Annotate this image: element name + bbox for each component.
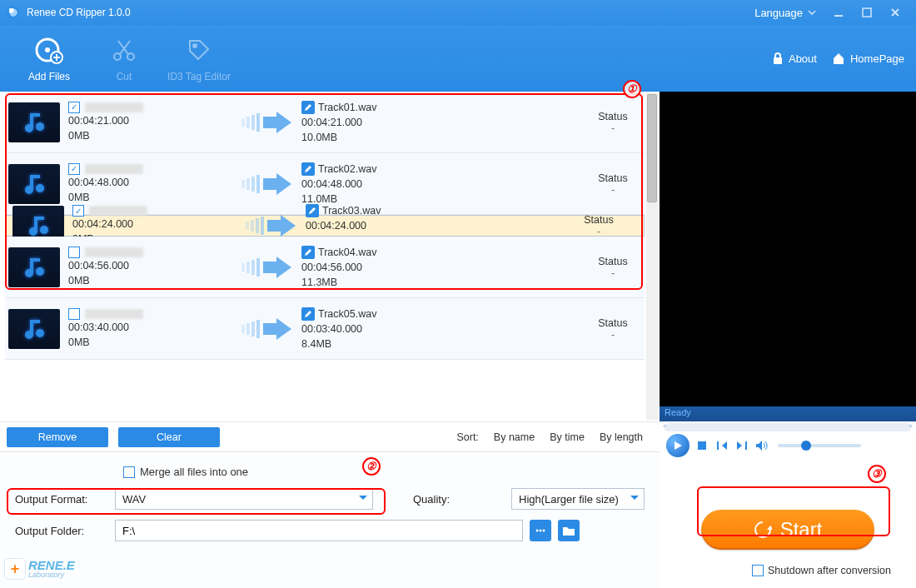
sort-controls: Sort: By name By time By length (456, 431, 653, 443)
track-row[interactable]: 00:03:40.000 0MB Track05.wav 00:03:40.00… (5, 298, 645, 360)
svg-point-24 (36, 267, 44, 276)
minimize-button[interactable] (824, 2, 853, 22)
settings-panel: ② Merge all files into one Output Format… (0, 451, 660, 588)
tag-icon (162, 34, 236, 66)
next-button[interactable] (734, 438, 749, 453)
stop-button[interactable] (694, 438, 709, 453)
title-bar: Renee CD Ripper 1.0.0 Language (0, 0, 916, 25)
remove-button[interactable]: Remove (7, 427, 108, 447)
track-checkbox[interactable] (68, 102, 80, 113)
svg-rect-13 (256, 113, 260, 132)
sort-by-time[interactable]: By time (550, 431, 585, 443)
track-checkbox[interactable] (68, 308, 80, 320)
track-checkbox[interactable] (68, 163, 80, 175)
track-source-size: 0MB (68, 128, 235, 143)
id3-editor-button: ID3 Tag Editor (162, 34, 236, 82)
homepage-link[interactable]: HomePage (832, 52, 904, 65)
svg-point-36 (543, 530, 545, 532)
svg-point-3 (45, 47, 50, 52)
shutdown-checkbox[interactable] (752, 565, 764, 576)
add-files-label: Add Files (12, 71, 87, 82)
svg-rect-21 (251, 220, 254, 232)
track-output-size: 10.0MB (301, 130, 588, 145)
merge-checkbox-row[interactable]: Merge all files into one (123, 466, 645, 478)
quality-select[interactable]: High(Larger file size) (511, 488, 645, 510)
track-source-name (85, 247, 143, 257)
edit-name-button[interactable] (301, 101, 315, 114)
merge-label: Merge all files into one (140, 466, 248, 478)
track-row[interactable]: 00:04:24.000 0MB Track03.wav 00:04:24.00… (5, 215, 645, 237)
folder-icon (562, 525, 575, 536)
volume-icon[interactable] (754, 438, 769, 453)
track-output-duration: 00:04:48.000 (301, 177, 588, 192)
edit-name-button[interactable] (301, 307, 315, 321)
arrow-icon (235, 316, 301, 341)
svg-point-6 (127, 53, 134, 60)
language-selector[interactable]: Language (754, 7, 816, 19)
player-controls (660, 433, 916, 458)
track-source-name (85, 102, 143, 112)
track-checkbox[interactable] (68, 247, 80, 258)
add-files-button[interactable]: Add Files (12, 34, 87, 82)
status-value: - (574, 226, 624, 237)
sort-label: Sort: (456, 431, 478, 443)
edit-name-button[interactable] (301, 162, 315, 176)
track-row[interactable]: 00:04:56.000 0MB Track04.wav 00:04:56.00… (5, 237, 645, 298)
track-output-name: Track02.wav (318, 162, 376, 177)
edit-name-button[interactable] (301, 246, 315, 259)
track-output-size: 8.4MB (301, 336, 588, 351)
start-button[interactable]: Start (701, 510, 874, 550)
sort-by-name[interactable]: By name (494, 431, 535, 443)
chevron-down-icon (808, 10, 816, 15)
svg-rect-20 (246, 222, 249, 230)
track-source-size: 0MB (68, 273, 235, 288)
track-output-name: Track01.wav (318, 100, 376, 115)
arrow-icon (235, 110, 301, 135)
id3-label: ID3 Tag Editor (162, 71, 236, 82)
status-value: - (588, 329, 638, 341)
output-folder-input[interactable] (115, 520, 523, 541)
track-output-duration: 00:04:56.000 (301, 260, 588, 275)
lock-icon (772, 52, 784, 65)
brand-watermark: + RENE.ELaboratory (5, 555, 105, 583)
maximize-button[interactable] (853, 2, 881, 22)
track-output-duration: 00:03:40.000 (301, 321, 588, 336)
more-folder-button[interactable] (530, 520, 551, 541)
prev-button[interactable] (714, 438, 729, 453)
play-button[interactable] (666, 434, 689, 457)
browse-folder-button[interactable] (558, 520, 580, 541)
close-button[interactable] (881, 2, 909, 22)
svg-point-19 (40, 226, 48, 234)
svg-point-35 (540, 530, 542, 532)
preview-progress[interactable]: «» (665, 423, 911, 431)
arrow-icon (235, 255, 301, 280)
shutdown-checkbox-row[interactable]: Shutdown after conversion (752, 565, 891, 576)
track-thumbnail (8, 102, 60, 142)
output-format-select[interactable]: WAV (115, 488, 373, 510)
scrollbar-thumb[interactable] (647, 94, 657, 202)
clear-button[interactable]: Clear (118, 427, 220, 447)
volume-slider[interactable] (778, 444, 861, 447)
preview-area (660, 92, 916, 406)
status-header: Status (588, 317, 638, 329)
svg-rect-25 (241, 263, 245, 272)
track-checkbox[interactable] (72, 205, 84, 217)
track-row[interactable]: 00:04:21.000 0MB Track01.wav 00:04:21.00… (5, 92, 645, 153)
edit-name-button[interactable] (306, 204, 319, 217)
sort-by-length[interactable]: By length (600, 431, 643, 443)
track-source-size: 0MB (68, 335, 235, 350)
quality-label: Quality: (413, 493, 506, 506)
svg-rect-22 (256, 218, 259, 233)
merge-checkbox[interactable] (123, 466, 135, 478)
track-output-name: Track05.wav (318, 306, 376, 321)
svg-rect-31 (246, 323, 250, 335)
svg-rect-10 (241, 118, 245, 127)
track-output-name: Track03.wav (322, 203, 381, 218)
cut-button: Cut (87, 34, 162, 82)
status-header: Status (574, 214, 624, 226)
svg-rect-32 (251, 321, 255, 336)
list-scrollbar[interactable] (646, 93, 658, 420)
about-link[interactable]: About (772, 52, 817, 65)
output-folder-label: Output Folder: (15, 525, 108, 537)
svg-rect-23 (261, 217, 264, 235)
